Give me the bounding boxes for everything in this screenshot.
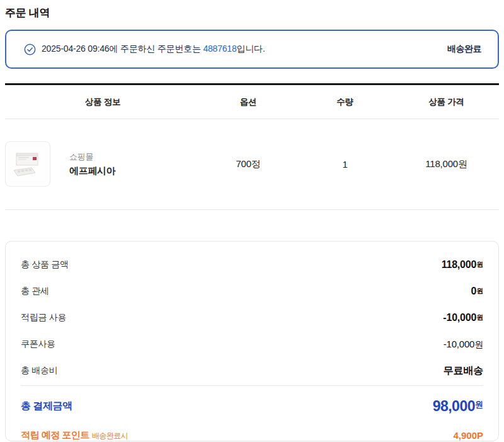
page-title: 주문 내역 [5,0,499,20]
summary-row-shipping: 총 배송비 무료배송 [21,358,483,384]
summary-amount: 0 [471,286,476,296]
summary-row-total-product: 총 상품 금액 118,000원 [21,252,483,278]
summary-amount: -10,000 [443,312,476,323]
product-info-cell: 쇼핑몰 에프페시아 [5,141,200,187]
summary-amount: -10,000 [444,339,474,349]
total-payment-value: 98,000원 [433,398,483,415]
summary-label: 총 상품 금액 [21,259,69,270]
order-notice-banner: 2025-04-26 09:46에 주문하신 주문번호는 4887618입니다.… [5,30,499,69]
summary-value: 무료배송 [444,364,483,378]
notice-prefix: 2025-04-26 09:46에 주문하신 주문번호는 [42,44,203,54]
order-notice-text: 2025-04-26 09:46에 주문하신 주문번호는 4887618입니다. [42,44,265,55]
currency-unit: 원 [476,287,483,294]
summary-label: 총 관세 [21,286,49,297]
currency-unit: 원 [476,260,483,268]
summary-row-customs: 총 관세 0원 [21,278,483,305]
product-thumbnail[interactable] [5,141,50,187]
order-detail-page: 주문 내역 2025-04-26 09:46에 주문하신 주문번호는 48876… [0,0,504,441]
expected-points-label: 적립 예정 포인트배송완료시 [21,429,128,441]
product-name-link[interactable]: 에프페시아 [69,165,116,177]
currency-unit: 원 [474,339,483,349]
total-amount: 98,000 [433,398,475,414]
summary-row-coupon-used: 쿠폰사용 -10,000원 [21,331,483,358]
total-payment-row: 총 결제금액 98,000원 [21,386,483,426]
summary-label: 적립금 사용 [21,312,66,323]
summary-row-reward-used: 적립금 사용 -10,000원 [21,305,483,331]
summary-value: 118,000원 [442,259,483,270]
delivery-status-badge: 배송완료 [447,44,481,55]
summary-amount: 118,000 [442,259,477,270]
currency-unit: 원 [475,400,483,409]
notice-suffix: 입니다. [237,44,265,54]
summary-label: 쿠폰사용 [21,339,55,350]
order-summary-box: 총 상품 금액 118,000원 총 관세 0원 적립금 사용 -10,000원… [5,241,499,441]
header-price: 상품 가격 [394,96,499,108]
medicine-box-image [10,146,45,182]
points-condition-text: 배송완료시 [92,431,129,440]
product-option-cell: 700정 [200,158,296,170]
summary-value: -10,000원 [444,339,483,351]
expected-points-value: 4,900P [453,430,483,441]
table-row: 쇼핑몰 에프페시아 700정 1 118,000원 [5,119,499,210]
check-circle-icon [24,44,36,55]
notice-message-wrap: 2025-04-26 09:46에 주문하신 주문번호는 4887618입니다. [24,44,447,55]
summary-value: 0원 [471,286,483,297]
product-price-cell: 118,000원 [394,158,499,170]
currency-unit: 원 [476,313,483,321]
summary-value: -10,000원 [443,312,483,323]
product-mall-label: 쇼핑몰 [69,151,116,163]
order-table-header: 상품 정보 옵션 수량 상품 가격 [5,85,499,119]
header-product-info: 상품 정보 [5,96,200,108]
product-quantity-cell: 1 [296,159,394,170]
summary-amount: 무료배송 [444,365,483,376]
header-quantity: 수량 [296,96,394,108]
expected-points-row: 적립 예정 포인트배송완료시 4,900P [21,426,483,442]
order-number-link[interactable]: 4887618 [203,44,236,54]
product-meta: 쇼핑몰 에프페시아 [69,151,116,177]
header-option: 옵션 [200,96,296,108]
summary-label: 총 배송비 [21,365,57,376]
total-payment-label: 총 결제금액 [21,400,72,413]
points-label-text: 적립 예정 포인트 [21,429,89,440]
